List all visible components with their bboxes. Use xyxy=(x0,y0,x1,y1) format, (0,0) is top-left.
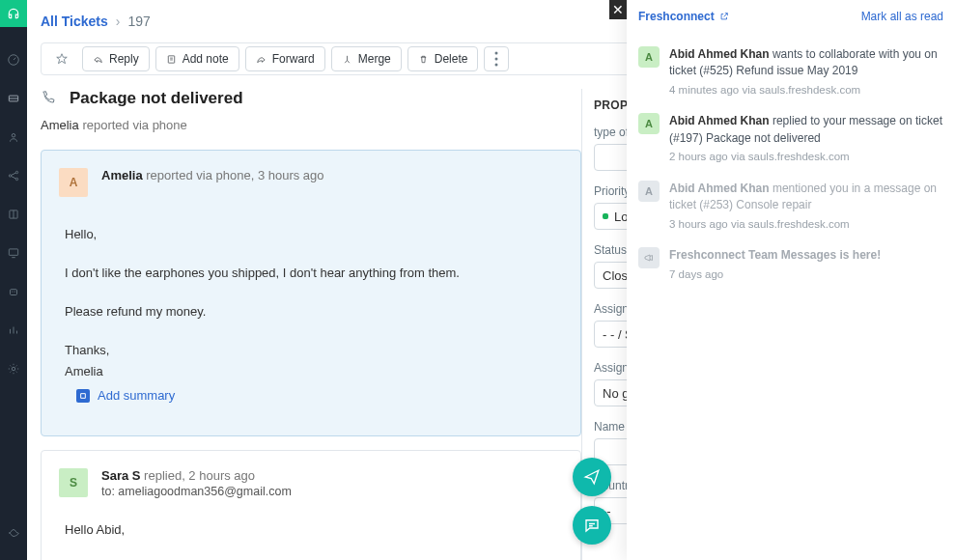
app-sidebar xyxy=(0,0,27,560)
fab-column xyxy=(573,458,611,545)
sidebar-item-contacts[interactable] xyxy=(0,124,27,151)
svg-rect-12 xyxy=(168,55,174,62)
notification-text: Abid Ahmed Khan replied to your message … xyxy=(669,113,943,164)
headset-icon xyxy=(7,7,20,20)
sidebar-item-social[interactable] xyxy=(0,162,27,189)
mark-all-read-button[interactable]: Mark all as read xyxy=(861,10,943,23)
delete-button[interactable]: Delete xyxy=(407,46,479,71)
ticket-icon xyxy=(7,92,20,105)
person-icon xyxy=(7,130,20,144)
breadcrumb-parent[interactable]: All Tickets xyxy=(41,14,108,29)
external-link-icon xyxy=(719,12,729,21)
close-icon: ✕ xyxy=(612,2,624,17)
reply-label: Reply xyxy=(109,52,139,66)
sender-meta: replied, 2 hours ago xyxy=(144,468,255,483)
svg-point-2 xyxy=(12,134,15,138)
gauge-icon xyxy=(7,53,20,67)
message-card-customer: A Amelia reported via phone, 3 hours ago… xyxy=(41,150,581,436)
sidebar-item-automation[interactable] xyxy=(0,278,27,305)
paragraph: I don't like the earphones you shipped, … xyxy=(65,263,563,284)
note-plus-icon xyxy=(76,389,90,403)
chevron-right-icon: › xyxy=(116,14,121,29)
sidebar-item-freshworks[interactable] xyxy=(0,519,27,546)
svg-point-13 xyxy=(495,52,498,55)
barchart-icon xyxy=(7,323,20,337)
avatar: A xyxy=(638,113,660,134)
add-summary-button[interactable]: Add summary xyxy=(59,382,563,418)
svg-point-10 xyxy=(14,291,15,292)
notification-item[interactable]: AAbid Ahmed Khan replied to your message… xyxy=(627,105,955,172)
avatar: A xyxy=(638,181,660,202)
paragraph: Thanks, Amelia xyxy=(65,340,563,382)
megaphone-icon xyxy=(643,252,655,264)
notification-time: 4 minutes ago via sauls.freshdesk.com xyxy=(669,82,943,98)
sender-name: Sara S xyxy=(101,468,140,483)
notification-item[interactable]: AAbid Ahmed Khan mentioned you in a mess… xyxy=(627,173,955,239)
close-panel-button[interactable]: ✕ xyxy=(609,0,627,19)
forward-label: Forward xyxy=(272,52,315,66)
sender-meta: reported via phone, 3 hours ago xyxy=(146,168,323,182)
trash-icon xyxy=(418,54,429,65)
reply-icon xyxy=(93,54,103,65)
breadcrumb-current: 197 xyxy=(127,14,150,29)
sender-name: Amelia xyxy=(101,168,143,182)
sidebar-item-reports[interactable] xyxy=(0,317,27,344)
add-note-label: Add note xyxy=(183,52,229,66)
notification-item[interactable]: Freshconnect Team Messages is here!7 day… xyxy=(627,239,955,290)
avatar: A xyxy=(59,168,88,197)
svg-rect-8 xyxy=(11,290,17,295)
avatar: S xyxy=(59,468,88,497)
quick-chat-button[interactable] xyxy=(573,506,611,545)
sidebar-item-solutions[interactable] xyxy=(0,201,27,228)
share-icon xyxy=(7,169,20,182)
svg-point-9 xyxy=(12,291,13,292)
notification-text: Abid Ahmed Khan mentioned you in a messa… xyxy=(669,181,943,232)
more-button[interactable] xyxy=(484,46,509,71)
gear-icon xyxy=(7,362,20,376)
notification-time: 2 hours ago via sauls.freshdesk.com xyxy=(669,149,943,165)
star-icon xyxy=(55,52,69,66)
monitor-icon xyxy=(7,246,20,260)
paper-plane-icon xyxy=(583,468,601,486)
freshconnect-link[interactable]: Freshconnect xyxy=(638,10,729,23)
svg-point-3 xyxy=(9,175,11,177)
merge-label: Merge xyxy=(358,52,391,66)
paragraph: Hello Abid, xyxy=(65,519,563,541)
notification-text: Abid Ahmed Khan wants to collaborate wit… xyxy=(669,46,943,98)
notification-time: 3 hours ago via sauls.freshdesk.com xyxy=(669,216,943,233)
notification-time: 7 days ago xyxy=(669,266,881,283)
ticket-pane: Package not delivered Amelia reported vi… xyxy=(41,89,581,560)
sidebar-item-settings[interactable] xyxy=(0,355,27,382)
notification-text: Freshconnect Team Messages is here!7 day… xyxy=(669,247,881,282)
ticket-reported-via: reported via phone xyxy=(82,118,186,132)
notification-item[interactable]: AAbid Ahmed Khan wants to collaborate wi… xyxy=(627,39,955,105)
forward-button[interactable]: Forward xyxy=(245,46,325,71)
note-icon xyxy=(166,54,177,65)
robot-icon xyxy=(7,285,20,298)
freshconnect-panel: ✕ Freshconnect Mark all as read AAbid Ah… xyxy=(627,0,955,560)
reply-button[interactable]: Reply xyxy=(82,46,150,71)
message-body: Hello, I don't like the earphones you sh… xyxy=(59,224,563,382)
sidebar-item-forums[interactable] xyxy=(0,239,27,266)
svg-point-5 xyxy=(15,178,17,180)
avatar xyxy=(638,247,660,268)
svg-point-4 xyxy=(15,171,17,173)
paragraph: Please refund my money. xyxy=(65,301,563,322)
star-button[interactable] xyxy=(49,46,74,71)
merge-icon xyxy=(342,54,352,65)
ticket-reporter: Amelia xyxy=(41,118,79,132)
book-icon xyxy=(7,208,20,221)
message-body: Hello Abid, Really sorry your earphones … xyxy=(59,519,563,560)
svg-point-14 xyxy=(495,58,498,61)
sidebar-item-dashboard[interactable] xyxy=(0,46,27,73)
forward-icon xyxy=(256,54,267,65)
notification-list: AAbid Ahmed Khan wants to collaborate wi… xyxy=(627,33,955,295)
add-note-button[interactable]: Add note xyxy=(155,46,239,71)
brand-logo[interactable] xyxy=(0,0,27,27)
merge-button[interactable]: Merge xyxy=(331,46,402,71)
quick-send-button[interactable] xyxy=(573,458,611,496)
add-summary-label: Add summary xyxy=(98,388,175,403)
recipients-line: to: ameliagoodman356@gmail.com xyxy=(101,485,292,498)
sidebar-item-tickets[interactable] xyxy=(0,85,27,112)
ticket-title: Package not delivered xyxy=(70,89,243,108)
